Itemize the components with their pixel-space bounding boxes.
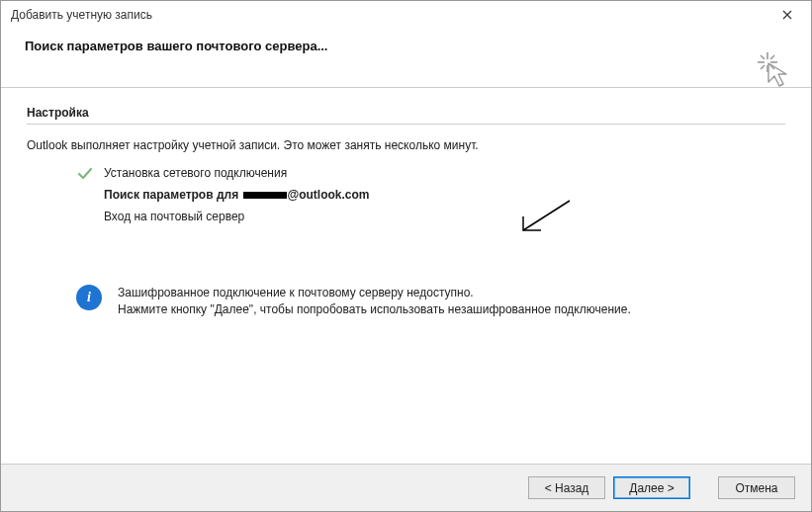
busy-cursor-icon: [754, 48, 793, 88]
back-button[interactable]: < Назад: [528, 476, 605, 499]
step-label: Установка сетевого подключения: [104, 166, 287, 180]
search-domain: @outlook.com: [288, 188, 370, 202]
redacted-username: [243, 192, 287, 199]
dialog-footer: < Назад Далее > Отмена: [1, 464, 811, 511]
step-login: Вход на почтовый сервер: [76, 210, 785, 225]
info-icon: i: [76, 285, 102, 310]
step-network: Установка сетевого подключения: [76, 166, 785, 182]
search-prefix: Поиск параметров для: [104, 188, 238, 202]
cancel-button[interactable]: Отмена: [718, 476, 795, 499]
checkmark-icon: [76, 166, 94, 182]
step-label: Поиск параметров для @outlook.com: [104, 188, 370, 202]
dialog-content: Настройка Outlook выполняет настройку уч…: [1, 88, 811, 464]
setup-steps: Установка сетевого подключения Поиск пар…: [27, 166, 785, 225]
svg-line-6: [770, 55, 774, 59]
header-heading: Поиск параметров вашего почтового сервер…: [25, 39, 787, 53]
step-icon-empty: [76, 188, 94, 204]
svg-line-8: [523, 201, 570, 230]
add-account-dialog: Добавить учетную запись Поиск параметров…: [0, 0, 812, 512]
intro-text: Outlook выполняет настройку учетной запи…: [27, 138, 785, 152]
info-line1: Зашифрованное подключение к почтовому се…: [118, 285, 631, 301]
dialog-header: Поиск параметров вашего почтового сервер…: [1, 29, 811, 88]
info-line2: Нажмите кнопку "Далее", чтобы попробоват…: [118, 301, 631, 318]
close-button[interactable]: [771, 4, 803, 26]
next-button[interactable]: Далее >: [613, 476, 690, 499]
info-message: i Зашифрованное подключение к почтовому …: [27, 285, 785, 318]
close-icon: [782, 10, 792, 20]
divider: [27, 124, 785, 125]
step-icon-empty: [76, 210, 94, 225]
info-text: Зашифрованное подключение к почтовому се…: [118, 285, 631, 318]
titlebar: Добавить учетную запись: [1, 1, 811, 29]
svg-line-7: [761, 65, 765, 69]
step-search: Поиск параметров для @outlook.com: [76, 188, 785, 204]
svg-line-4: [761, 55, 765, 59]
annotation-arrow-icon: [515, 197, 575, 236]
window-title: Добавить учетную запись: [11, 8, 771, 22]
step-label: Вход на почтовый сервер: [104, 210, 244, 223]
section-title: Настройка: [27, 106, 785, 120]
